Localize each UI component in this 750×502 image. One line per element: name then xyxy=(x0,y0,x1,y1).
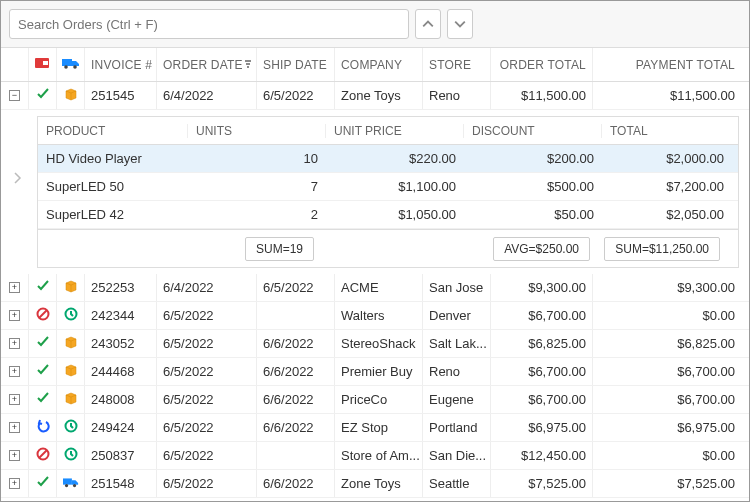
expand-icon[interactable]: + xyxy=(9,450,20,461)
table-row[interactable]: +2430526/5/20226/6/2022StereoShackSalt L… xyxy=(1,330,749,358)
cell-invoice: 250837 xyxy=(85,442,157,469)
cell-payment-total: $6,825.00 xyxy=(593,330,749,357)
sum-units-badge: SUM=19 xyxy=(245,237,314,261)
cell-order-total: $12,450.00 xyxy=(491,442,593,469)
cell-ship-date: 6/6/2022 xyxy=(257,386,335,413)
expand-icon[interactable]: + xyxy=(9,338,20,349)
cell-invoice: 244468 xyxy=(85,358,157,385)
cell-payment-total: $11,500.00 xyxy=(593,82,749,109)
cell-order-date: 6/5/2022 xyxy=(157,302,257,329)
cell-order-date: 6/5/2022 xyxy=(157,386,257,413)
table-row[interactable]: +2508376/5/2022Store of Am...San Die...$… xyxy=(1,442,749,470)
header-ship-date[interactable]: SHIP DATE xyxy=(257,48,335,81)
check-icon xyxy=(36,87,50,104)
wallet-icon xyxy=(35,57,51,72)
cell-invoice: 249424 xyxy=(85,414,157,441)
cell-ship-date: 6/5/2022 xyxy=(257,274,335,301)
svg-point-3 xyxy=(64,65,68,69)
table-row[interactable]: +2480086/5/20226/6/2022PriceCoEugene$6,7… xyxy=(1,386,749,414)
detail-units: 7 xyxy=(188,179,326,194)
box-icon xyxy=(64,279,78,296)
sum-total-badge: SUM=$11,250.00 xyxy=(604,237,720,261)
cell-company: EZ Stop xyxy=(335,414,423,441)
expand-icon[interactable]: + xyxy=(9,394,20,405)
cell-ship-date: 6/6/2022 xyxy=(257,414,335,441)
cell-company: ACME xyxy=(335,274,423,301)
cell-order-date: 6/5/2022 xyxy=(157,442,257,469)
cell-order-date: 6/5/2022 xyxy=(157,470,257,497)
expand-icon[interactable]: + xyxy=(9,310,20,321)
pending-icon xyxy=(64,447,78,464)
next-button[interactable] xyxy=(447,9,473,39)
cancel-icon xyxy=(36,447,50,464)
cell-order-total: $6,825.00 xyxy=(491,330,593,357)
header-order-date[interactable]: ORDER DATE xyxy=(157,48,257,81)
pending-icon xyxy=(64,307,78,324)
svg-point-12 xyxy=(72,484,75,487)
cell-order-total: $9,300.00 xyxy=(491,274,593,301)
detail-header-unitprice[interactable]: UNIT PRICE xyxy=(326,124,464,138)
cell-ship-date xyxy=(257,302,335,329)
cell-store: Portland xyxy=(423,414,491,441)
cell-order-total: $11,500.00 xyxy=(491,82,593,109)
cell-invoice: 251545 xyxy=(85,82,157,109)
cell-store: Seattle xyxy=(423,470,491,497)
table-row-expanded[interactable]: − 251545 6/4/2022 6/5/2022 Zone Toys Ren… xyxy=(1,82,749,110)
cell-payment-total: $7,525.00 xyxy=(593,470,749,497)
table-row[interactable]: +2423446/5/2022WaltersDenver$6,700.00$0.… xyxy=(1,302,749,330)
cell-payment-total: $9,300.00 xyxy=(593,274,749,301)
cell-company: Walters xyxy=(335,302,423,329)
sort-desc-icon xyxy=(243,58,253,72)
cell-store: San Jose xyxy=(423,274,491,301)
box-icon xyxy=(64,87,78,104)
truck-icon xyxy=(62,57,80,72)
header-company[interactable]: COMPANY xyxy=(335,48,423,81)
header-store[interactable]: STORE xyxy=(423,48,491,81)
table-row[interactable]: +2494246/5/20226/6/2022EZ StopPortland$6… xyxy=(1,414,749,442)
header-status[interactable] xyxy=(29,48,57,81)
header-order-total[interactable]: ORDER TOTAL xyxy=(491,48,593,81)
detail-units: 10 xyxy=(188,151,326,166)
detail-header-product[interactable]: PRODUCT xyxy=(38,124,188,138)
detail-chevron-icon[interactable] xyxy=(13,171,23,188)
cell-order-total: $6,975.00 xyxy=(491,414,593,441)
detail-units: 2 xyxy=(188,207,326,222)
cell-order-date: 6/5/2022 xyxy=(157,414,257,441)
expand-icon[interactable]: + xyxy=(9,282,20,293)
header-payment-total[interactable]: PAYMENT TOTAL xyxy=(593,48,749,81)
detail-product: SuperLED 50 xyxy=(38,179,188,194)
cell-store: Eugene xyxy=(423,386,491,413)
search-input[interactable] xyxy=(9,9,409,39)
cell-invoice: 252253 xyxy=(85,274,157,301)
detail-row[interactable]: SuperLED 507$1,100.00$500.00$7,200.00 xyxy=(38,173,738,201)
detail-row[interactable]: SuperLED 422$1,050.00$50.00$2,050.00 xyxy=(38,201,738,229)
header-shipment[interactable] xyxy=(57,48,85,81)
collapse-icon[interactable]: − xyxy=(9,90,20,101)
header-order-date-label: ORDER DATE xyxy=(163,58,243,72)
table-row[interactable]: +2515486/5/20226/6/2022Zone ToysSeattle$… xyxy=(1,470,749,498)
table-row[interactable]: +2444686/5/20226/6/2022Premier BuyReno$6… xyxy=(1,358,749,386)
detail-header-discount[interactable]: DISCOUNT xyxy=(464,124,602,138)
cell-store: Salt Lak... xyxy=(423,330,491,357)
prev-button[interactable] xyxy=(415,9,441,39)
cell-ship-date: 6/6/2022 xyxy=(257,330,335,357)
detail-row[interactable]: HD Video Player10$220.00$200.00$2,000.00 xyxy=(38,145,738,173)
expand-icon[interactable]: + xyxy=(9,478,20,489)
detail-header-units[interactable]: UNITS xyxy=(188,124,326,138)
header-invoice[interactable]: INVOICE # xyxy=(85,48,157,81)
detail-discount: $500.00 xyxy=(464,179,602,194)
check-icon xyxy=(36,391,50,408)
detail-discount: $200.00 xyxy=(464,151,602,166)
expand-icon[interactable]: + xyxy=(9,366,20,377)
cell-invoice: 251548 xyxy=(85,470,157,497)
expand-icon[interactable]: + xyxy=(9,422,20,433)
cell-ship-date: 6/6/2022 xyxy=(257,470,335,497)
cell-ship-date xyxy=(257,442,335,469)
truck-icon xyxy=(63,476,79,491)
cancel-icon xyxy=(36,307,50,324)
table-row[interactable]: +2522536/4/20226/5/2022ACMESan Jose$9,30… xyxy=(1,274,749,302)
detail-header: PRODUCT UNITS UNIT PRICE DISCOUNT TOTAL xyxy=(38,117,738,145)
cell-invoice: 242344 xyxy=(85,302,157,329)
detail-header-total[interactable]: TOTAL xyxy=(602,124,738,138)
undo-icon xyxy=(36,419,50,436)
